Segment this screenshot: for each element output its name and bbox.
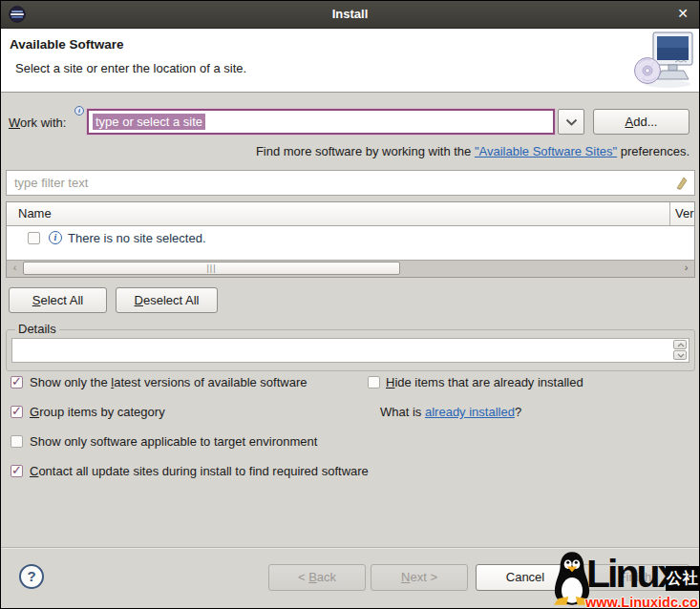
footer-separator — [1, 547, 699, 548]
combo-dropdown-button[interactable] — [558, 109, 584, 135]
install-wizard-icon — [633, 32, 694, 92]
checkbox-hide-installed[interactable] — [368, 376, 380, 388]
software-table[interactable]: Name Ver i There is no site selected. ‹ … — [6, 201, 695, 278]
checkbox-applicable-env[interactable] — [11, 435, 23, 448]
next-button: Next > — [371, 564, 468, 591]
check-icon: ✓ — [11, 374, 22, 388]
select-all-button[interactable]: Select All — [9, 287, 107, 313]
checkbox-contact-sites[interactable]: ✓ — [11, 465, 23, 477]
checkbox-group-by-category[interactable]: ✓ — [11, 406, 23, 418]
combo-selected-text: type or select a site — [93, 114, 205, 130]
scroll-up-icon[interactable] — [673, 340, 687, 349]
find-more-hint: Find more software by working with the "… — [256, 144, 689, 158]
back-button: < Back — [268, 564, 366, 591]
filter-input[interactable]: type filter text — [6, 170, 695, 196]
label-show-latest[interactable]: Show only the latest versions of availab… — [30, 375, 308, 389]
label-hide-installed[interactable]: Hide items that are already installed — [386, 375, 583, 389]
install-dialog: Install ✕ Available Software Select a si… — [0, 0, 700, 609]
details-group: Details — [6, 329, 695, 371]
scrollbar-grip: ||| — [24, 262, 399, 276]
details-scrollbar[interactable] — [673, 340, 688, 361]
page-title: Available Software — [10, 37, 124, 52]
table-row[interactable]: i There is no site selected. — [7, 225, 694, 262]
work-with-label: Work with: — [9, 116, 66, 130]
column-divider[interactable] — [669, 202, 670, 225]
column-version[interactable]: Ver — [675, 206, 694, 220]
filter-clear-icon[interactable] — [673, 175, 689, 194]
titlebar[interactable]: Install ✕ — [1, 1, 699, 29]
already-installed-link[interactable]: already installed — [425, 405, 515, 419]
window-title: Install — [1, 1, 699, 28]
close-icon[interactable]: ✕ — [677, 1, 689, 28]
details-label: Details — [15, 322, 59, 336]
watermark-brand-text: Linux — [586, 552, 676, 597]
work-with-combo[interactable]: type or select a site — [87, 109, 555, 135]
watermark-url: www.Linuxidc.com — [585, 595, 700, 609]
linuxidc-watermark: Linux 公社 www.Linuxidc.com — [550, 551, 700, 609]
watermark-brand-cn: 公社 — [666, 566, 700, 591]
filter-placeholder: type filter text — [14, 176, 88, 190]
label-applicable-env[interactable]: Show only software applicable to target … — [30, 434, 317, 449]
scroll-left-icon[interactable]: ‹ — [8, 261, 22, 276]
info-icon: i — [49, 231, 62, 244]
scroll-down-icon[interactable] — [673, 350, 687, 360]
table-header[interactable]: Name Ver — [7, 202, 694, 226]
add-button[interactable]: Add... — [593, 109, 689, 135]
label-group-by-category[interactable]: Group items by category — [30, 405, 165, 419]
what-is-installed-text: What is already installed? — [380, 405, 521, 419]
wizard-header: Available Software Select a site or ente… — [1, 29, 699, 93]
page-subtitle: Select a site or enter the location of a… — [15, 61, 246, 75]
info-icon: i — [74, 106, 84, 116]
scroll-right-icon[interactable]: › — [679, 261, 693, 276]
scrollbar-thumb[interactable]: ||| — [23, 262, 400, 275]
details-text-area[interactable] — [11, 338, 689, 363]
help-button[interactable]: ? — [19, 564, 44, 589]
available-software-sites-link[interactable]: "Available Software Sites" — [475, 144, 617, 158]
check-icon: ✓ — [11, 404, 22, 418]
row-text: There is no site selected. — [68, 231, 206, 245]
deselect-all-button[interactable]: Deselect All — [116, 287, 218, 313]
label-contact-sites[interactable]: Contact all update sites during install … — [30, 464, 369, 478]
check-icon: ✓ — [11, 463, 22, 477]
chevron-down-icon — [565, 118, 578, 126]
horizontal-scrollbar[interactable]: ‹ ||| › — [7, 260, 694, 277]
checkbox-show-latest[interactable]: ✓ — [11, 376, 23, 388]
column-name[interactable]: Name — [18, 206, 52, 220]
row-checkbox[interactable] — [28, 232, 40, 244]
